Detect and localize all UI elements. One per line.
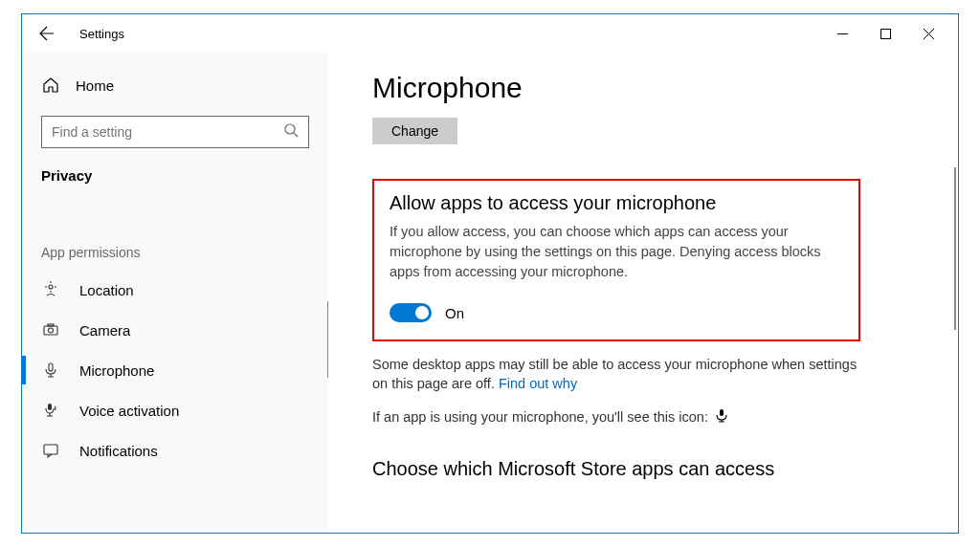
main-content: Microphone Change Allow apps to access y… — [328, 53, 958, 533]
search-box[interactable] — [41, 116, 309, 148]
sidebar-home-label: Home — [76, 77, 114, 94]
location-icon — [41, 281, 60, 298]
allow-apps-toggle[interactable] — [390, 303, 432, 322]
svg-point-1 — [285, 124, 295, 134]
toggle-state-label: On — [445, 305, 464, 321]
sidebar-home[interactable]: Home — [41, 66, 309, 104]
svg-point-4 — [49, 328, 54, 333]
close-icon — [924, 29, 934, 39]
toggle-knob — [415, 306, 429, 319]
svg-rect-8 — [44, 445, 57, 454]
search-input[interactable] — [52, 124, 283, 140]
minimize-icon — [837, 29, 848, 39]
notifications-icon — [41, 442, 60, 459]
svg-rect-9 — [720, 409, 724, 416]
find-out-why-link[interactable]: Find out why — [499, 376, 577, 391]
minimize-button[interactable] — [821, 19, 864, 48]
svg-rect-5 — [48, 324, 54, 326]
allow-apps-heading: Allow apps to access your microphone — [390, 192, 843, 214]
sidebar-item-label: Notifications — [79, 443, 158, 459]
window-title: Settings — [79, 27, 124, 41]
sidebar-group-label: App permissions — [41, 245, 309, 260]
change-button[interactable]: Change — [372, 118, 457, 144]
allow-apps-description: If you allow access, you can choose whic… — [390, 222, 843, 282]
svg-rect-7 — [48, 404, 52, 410]
maximize-icon — [880, 29, 891, 39]
sidebar-item-label: Voice activation — [79, 403, 179, 419]
close-button[interactable] — [907, 19, 950, 48]
voice-activation-icon — [41, 402, 60, 419]
allow-apps-section: Allow apps to access your microphone If … — [372, 179, 860, 341]
sidebar-item-label: Location — [79, 282, 134, 298]
arrow-left-icon — [39, 26, 55, 41]
microphone-icon — [41, 361, 60, 379]
svg-rect-3 — [44, 326, 57, 335]
in-use-note: If an app is using your microphone, you'… — [372, 407, 870, 427]
back-button[interactable] — [30, 16, 64, 51]
sidebar-item-label: Microphone — [79, 362, 154, 379]
titlebar: Settings — [22, 14, 958, 53]
sidebar-item-label: Camera — [79, 322, 130, 339]
main-scroll-indicator[interactable] — [954, 167, 956, 330]
sidebar-item-location[interactable]: Location — [41, 270, 309, 310]
sidebar-item-microphone[interactable]: Microphone — [41, 350, 309, 390]
desktop-apps-note-text: Some desktop apps may still be able to a… — [372, 357, 857, 391]
sidebar-item-voice-activation[interactable]: Voice activation — [41, 390, 309, 430]
maximize-button[interactable] — [864, 19, 907, 48]
camera-icon — [41, 321, 60, 339]
body-area: Home Privacy App permissions Location — [22, 53, 958, 533]
window-controls — [821, 19, 950, 48]
svg-rect-6 — [49, 363, 53, 371]
sidebar-item-notifications[interactable]: Notifications — [41, 430, 309, 470]
desktop-apps-note: Some desktop apps may still be able to a… — [372, 355, 870, 394]
microphone-in-use-icon — [716, 408, 727, 427]
choose-apps-heading: Choose which Microsoft Store apps can ac… — [372, 458, 870, 480]
svg-rect-0 — [881, 29, 891, 38]
page-title: Microphone — [372, 72, 920, 104]
allow-apps-toggle-row: On — [390, 303, 843, 322]
sidebar-item-camera[interactable]: Camera — [41, 310, 309, 350]
home-icon — [41, 77, 60, 94]
sidebar: Home Privacy App permissions Location — [22, 53, 328, 533]
search-icon — [283, 122, 299, 142]
in-use-note-text: If an app is using your microphone, you'… — [372, 409, 708, 425]
settings-window: Settings Home — [21, 13, 959, 534]
sidebar-category: Privacy — [41, 167, 309, 184]
svg-point-2 — [49, 285, 53, 289]
